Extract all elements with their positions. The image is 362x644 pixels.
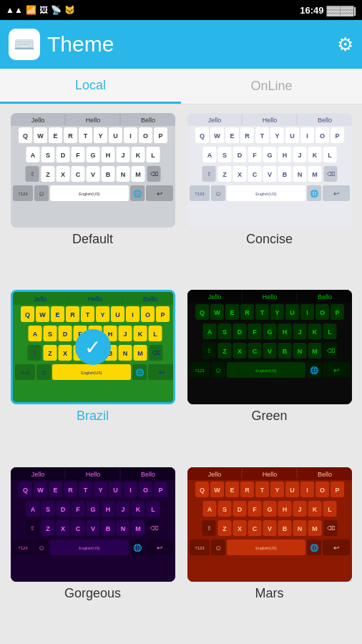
page-title: Theme <box>47 32 114 57</box>
svg-text:O: O <box>142 132 147 140</box>
status-bar: ▲▲ 📶 🖼 📡 🐱 16:49 ▓▓▓▓| <box>0 0 362 20</box>
theme-grid: JelloHelloBelloQWERTYUIOPASDFGHJKL⇧⌫ZXCV… <box>0 104 362 644</box>
theme-item-mars[interactable]: JelloHelloBelloQWERTYUIOPASDFGHJKL⇧⌫ZXCV… <box>185 467 353 635</box>
signal-icon: ▲▲ <box>6 5 23 15</box>
theme-item-concise[interactable]: JelloHelloBelloQWERTYUIOPASDFGHJKL⇧⌫ZXCV… <box>185 113 353 281</box>
svg-text:K: K <box>135 505 140 512</box>
svg-text:↩: ↩ <box>157 543 162 551</box>
settings-button[interactable]: ⚙ <box>337 34 353 56</box>
theme-preview-brazil: JelloHelloBelloQWERTYUIOPASDFGHJKL⇧⌫ZXCV… <box>11 290 175 404</box>
svg-text:B: B <box>282 171 287 178</box>
theme-item-brazil[interactable]: JelloHelloBelloQWERTYUIOPASDFGHJKL⇧⌫ZXCV… <box>9 290 177 458</box>
svg-text:A: A <box>207 152 212 159</box>
svg-text:?123: ?123 <box>195 369 205 373</box>
svg-text:?123: ?123 <box>18 192 28 196</box>
theme-item-green[interactable]: JelloHelloBelloQWERTYUIOPASDFGHJKL⇧⌫ZXCV… <box>185 290 353 458</box>
status-icons-left: ▲▲ 📶 🖼 📡 🐱 <box>6 5 75 15</box>
svg-text:R: R <box>245 132 250 140</box>
svg-text:I: I <box>132 311 134 318</box>
svg-text:?123: ?123 <box>20 371 30 375</box>
svg-text:P: P <box>335 132 339 140</box>
svg-text:T: T <box>83 132 87 140</box>
svg-text:⇧: ⇧ <box>206 525 211 532</box>
svg-text:K: K <box>312 152 317 159</box>
svg-text:⌫: ⌫ <box>150 171 157 177</box>
svg-text:Hello: Hello <box>87 296 102 303</box>
svg-text:R: R <box>68 486 73 493</box>
svg-text:G: G <box>90 152 95 159</box>
theme-item-gorgeous[interactable]: JelloHelloBelloQWERTYUIOPASDFGHJKL⇧⌫ZXCV… <box>9 467 177 635</box>
svg-text:Q: Q <box>22 486 27 493</box>
svg-text:Z: Z <box>222 525 227 532</box>
svg-text:Bello: Bello <box>317 471 331 478</box>
svg-text:🌐: 🌐 <box>310 543 319 552</box>
svg-text:E: E <box>55 311 59 318</box>
cat-icon: 🐱 <box>64 5 75 15</box>
header-left: ⌨️ Theme <box>9 29 114 60</box>
svg-text:V: V <box>267 348 271 355</box>
svg-text:X: X <box>60 525 64 532</box>
svg-text:K: K <box>137 331 142 338</box>
svg-text:J: J <box>298 505 301 512</box>
svg-text:Y: Y <box>98 132 102 140</box>
svg-text:⇧: ⇧ <box>31 350 36 356</box>
svg-text:M: M <box>135 171 141 178</box>
svg-text:Jello: Jello <box>207 117 221 124</box>
svg-text:N: N <box>122 350 127 357</box>
svg-text:C: C <box>252 348 257 355</box>
svg-text:↩: ↩ <box>159 369 165 376</box>
svg-text:L: L <box>153 331 157 338</box>
svg-text:Jello: Jello <box>33 296 47 303</box>
tab-online[interactable]: OnLine <box>181 69 362 104</box>
svg-text:P: P <box>335 486 339 493</box>
svg-text:W: W <box>214 132 220 140</box>
svg-text:English(US): English(US) <box>255 546 277 550</box>
svg-text:Jello: Jello <box>31 117 44 124</box>
svg-text:V: V <box>90 525 94 532</box>
svg-text:L: L <box>328 505 332 512</box>
svg-text:M: M <box>312 525 318 532</box>
svg-text:C: C <box>252 171 257 178</box>
svg-text:L: L <box>151 505 155 512</box>
svg-text:C: C <box>252 525 257 532</box>
svg-text:K: K <box>312 505 317 512</box>
svg-text:☺: ☺ <box>214 544 221 552</box>
app-header: ⌨️ Theme ⚙ <box>0 20 362 69</box>
svg-text:H: H <box>282 505 287 512</box>
svg-text:U: U <box>115 311 120 318</box>
svg-text:T: T <box>260 132 264 140</box>
svg-text:U: U <box>290 132 295 140</box>
svg-text:?123: ?123 <box>195 192 205 196</box>
svg-text:C: C <box>75 171 80 178</box>
svg-text:M: M <box>312 348 318 355</box>
status-right: 16:49 ▓▓▓▓| <box>300 5 356 16</box>
svg-text:E: E <box>230 132 234 140</box>
svg-text:D: D <box>237 328 242 336</box>
svg-text:G: G <box>267 505 272 512</box>
svg-text:Hello: Hello <box>85 471 100 478</box>
svg-text:W: W <box>214 309 220 316</box>
svg-text:N: N <box>120 525 125 532</box>
svg-text:⌫: ⌫ <box>326 171 334 177</box>
svg-text:Bello: Bello <box>140 471 155 478</box>
svg-text:Q: Q <box>199 132 204 140</box>
tab-local[interactable]: Local <box>0 69 181 104</box>
svg-text:⌫: ⌫ <box>150 525 157 532</box>
app-logo: ⌨️ <box>9 29 40 60</box>
theme-label-brazil: Brazil <box>77 409 109 424</box>
svg-text:W: W <box>37 486 44 493</box>
time-display: 16:49 <box>300 5 323 16</box>
svg-text:N: N <box>120 171 125 178</box>
theme-item-default[interactable]: JelloHelloBelloQWERTYUIOPASDFGHJKL⇧⌫ZXCV… <box>9 113 177 281</box>
photo-icon: 🖼 <box>39 5 48 15</box>
svg-text:Z: Z <box>48 350 52 357</box>
svg-text:🌐: 🌐 <box>133 189 142 198</box>
svg-text:W: W <box>214 486 220 493</box>
svg-text:N: N <box>297 171 302 178</box>
svg-text:↩: ↩ <box>333 366 339 374</box>
svg-text:T: T <box>83 486 87 493</box>
svg-text:↩: ↩ <box>157 190 162 197</box>
svg-text:H: H <box>282 328 287 336</box>
svg-text:X: X <box>62 350 67 357</box>
svg-text:H: H <box>282 152 287 159</box>
